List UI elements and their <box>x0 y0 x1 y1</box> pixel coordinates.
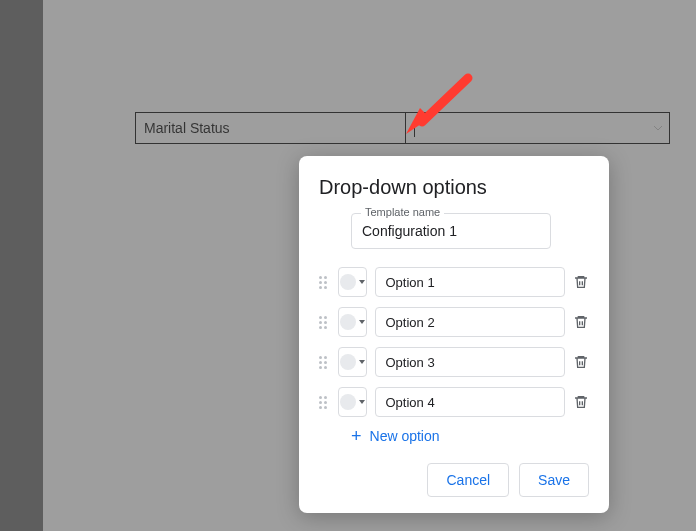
drag-handle-icon[interactable] <box>319 273 330 291</box>
option-color-picker[interactable] <box>338 267 367 297</box>
plus-icon: + <box>351 427 362 445</box>
dialog-actions: Cancel Save <box>319 463 589 497</box>
delete-option-button[interactable] <box>573 351 590 373</box>
option-label-input[interactable] <box>375 307 565 337</box>
option-color-picker[interactable] <box>338 387 367 417</box>
delete-option-button[interactable] <box>573 271 590 293</box>
template-name-label: Template name <box>361 206 444 218</box>
template-name-field: Template name <box>351 213 551 249</box>
drag-handle-icon[interactable] <box>319 393 330 411</box>
template-name-input[interactable] <box>351 213 551 249</box>
option-row <box>319 387 589 417</box>
delete-option-button[interactable] <box>573 391 590 413</box>
cancel-button[interactable]: Cancel <box>427 463 509 497</box>
new-option-label: New option <box>370 428 440 444</box>
option-row <box>319 307 589 337</box>
chevron-down-icon <box>359 400 365 404</box>
option-color-picker[interactable] <box>338 307 367 337</box>
chevron-down-icon <box>359 320 365 324</box>
dialog-title: Drop-down options <box>319 176 589 199</box>
chevron-down-icon <box>359 280 365 284</box>
option-label-input[interactable] <box>375 387 565 417</box>
dropdown-options-dialog: Drop-down options Template name + New op… <box>299 156 609 513</box>
drag-handle-icon[interactable] <box>319 313 330 331</box>
chevron-down-icon <box>359 360 365 364</box>
drag-handle-icon[interactable] <box>319 353 330 371</box>
option-row <box>319 347 589 377</box>
option-row <box>319 267 589 297</box>
option-color-picker[interactable] <box>338 347 367 377</box>
delete-option-button[interactable] <box>573 311 590 333</box>
option-label-input[interactable] <box>375 267 565 297</box>
save-button[interactable]: Save <box>519 463 589 497</box>
new-option-button[interactable]: + New option <box>351 427 589 445</box>
option-label-input[interactable] <box>375 347 565 377</box>
